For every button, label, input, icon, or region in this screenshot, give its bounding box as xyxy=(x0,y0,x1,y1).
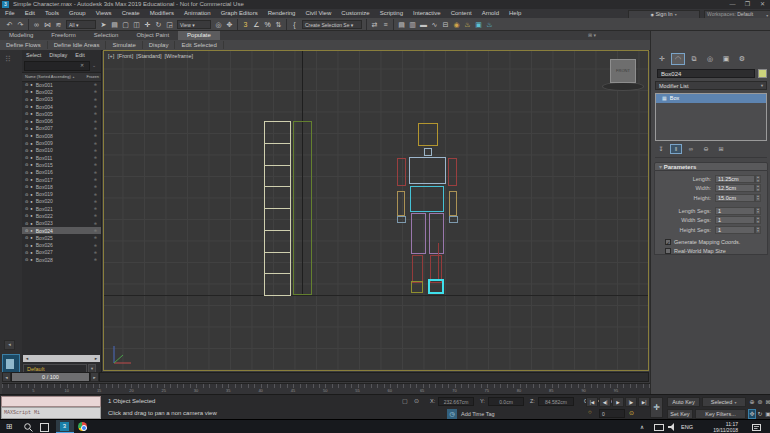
selection-set-dropdown[interactable]: Selected ▼ xyxy=(702,397,746,407)
frozen-icon[interactable]: ❄ xyxy=(94,111,97,116)
visibility-icon[interactable]: ⊙ xyxy=(25,97,28,102)
pan-icon[interactable]: ✥ xyxy=(748,409,756,419)
frozen-icon[interactable]: ❄ xyxy=(94,235,97,240)
tab-utilities[interactable]: ⚙ xyxy=(735,53,749,65)
z-coord-field[interactable]: 84.582cm xyxy=(538,397,574,406)
ribbon-button-define-idle-areas[interactable]: Define Idle Areas xyxy=(48,41,107,49)
checkbox-row[interactable]: Real-World Map Size xyxy=(665,248,726,254)
ribbon-button-display[interactable]: Display xyxy=(143,41,176,49)
rendered-frame-window-icon[interactable]: ▣ xyxy=(473,19,484,30)
table-row[interactable]: ⊙●Box009❄ xyxy=(22,139,101,146)
ribbon-button-define-flows[interactable]: Define Flows xyxy=(0,41,48,49)
box-left-upper-arm[interactable] xyxy=(397,158,406,186)
zoom-extents-icon[interactable]: ⊠ xyxy=(764,397,770,407)
material-editor-icon[interactable]: ◉ xyxy=(451,19,462,30)
set-key-button[interactable]: Set Key xyxy=(667,409,693,419)
menu-customize[interactable]: Customize xyxy=(336,9,374,18)
box-right-hand[interactable] xyxy=(449,216,458,223)
menu-file[interactable]: File xyxy=(0,9,20,18)
scroll-right-icon[interactable]: ► xyxy=(92,356,100,361)
y-coord-field[interactable]: 0.0cm xyxy=(488,397,524,406)
object-name[interactable]: Box022 xyxy=(36,213,53,219)
frozen-icon[interactable]: ❄ xyxy=(94,192,97,197)
explorer-menu-display[interactable]: Display xyxy=(45,51,71,59)
menu-graph-editors[interactable]: Graph Editors xyxy=(216,9,263,18)
table-row[interactable]: ⊙●Box003❄ xyxy=(22,96,101,103)
visibility-icon[interactable]: ⊙ xyxy=(25,111,28,116)
visibility-icon[interactable]: ⊙ xyxy=(25,170,28,175)
remove-modifier-icon[interactable]: ⊖ xyxy=(700,144,712,154)
action-center-icon[interactable] xyxy=(752,423,761,432)
viewport-label-3[interactable]: [Wireframe] xyxy=(165,53,193,59)
visibility-icon[interactable]: ⊙ xyxy=(25,235,28,240)
object-color-swatch[interactable] xyxy=(758,69,767,78)
configure-modifier-sets-icon[interactable]: ⊞ xyxy=(715,144,727,154)
sort-column-header[interactable]: Name (Sorted Ascending) ▲ xyxy=(25,74,75,79)
ribbon-tab-object-paint[interactable]: Object Paint xyxy=(127,31,178,40)
time-slider-handle[interactable]: 0 / 100 xyxy=(11,372,90,382)
table-row[interactable]: ⊙●Box002❄ xyxy=(22,88,101,95)
menu-rendering[interactable]: Rendering xyxy=(263,9,301,18)
object-name[interactable]: Box025 xyxy=(36,235,53,241)
object-name[interactable]: Box004 xyxy=(36,104,53,110)
menu-animation[interactable]: Animation xyxy=(179,9,216,18)
visibility-icon[interactable]: ⊙ xyxy=(25,177,28,182)
frozen-icon[interactable]: ❄ xyxy=(94,126,97,131)
play-button[interactable]: ▶ xyxy=(612,397,624,407)
object-name[interactable]: Box015 xyxy=(36,162,53,168)
object-name[interactable]: Box024 xyxy=(36,228,53,234)
taskbar-3dsmax-app[interactable]: 3 xyxy=(56,420,74,433)
curve-editor-icon[interactable]: ∿ xyxy=(429,19,440,30)
task-view-icon[interactable] xyxy=(40,423,49,432)
ladder-box[interactable] xyxy=(264,273,291,296)
frozen-icon[interactable]: ❄ xyxy=(94,104,97,109)
table-row[interactable]: ⊙●Box022❄ xyxy=(22,212,101,219)
object-name[interactable]: Box008 xyxy=(36,133,53,139)
key-filters-button[interactable]: Key Filters... xyxy=(695,409,746,419)
visibility-icon[interactable]: ⊙ xyxy=(25,162,28,167)
ribbon-tab-populate[interactable]: Populate xyxy=(178,31,220,40)
next-frame-button[interactable]: ► xyxy=(90,372,99,382)
select-and-move-icon[interactable]: ✛ xyxy=(142,19,153,30)
modifier-stack[interactable]: ▦Box xyxy=(655,93,767,141)
box-pelvis[interactable] xyxy=(410,186,444,212)
box-right-thigh[interactable] xyxy=(429,213,444,254)
toggle-scene-explorer-icon[interactable]: ▤ xyxy=(396,19,407,30)
box-left-hand[interactable] xyxy=(397,216,406,223)
tab-modify[interactable]: ◠ xyxy=(671,53,685,65)
ribbon-tab-selection[interactable]: Selection xyxy=(85,31,128,40)
object-name[interactable]: Box010 xyxy=(36,147,53,153)
table-row[interactable]: ⊙●Box019❄ xyxy=(22,190,101,197)
window-crossing-icon[interactable]: ◫ xyxy=(131,19,142,30)
visibility-icon[interactable]: ⊙ xyxy=(25,141,28,146)
viewcube-ring[interactable] xyxy=(602,82,644,91)
frozen-icon[interactable]: ❄ xyxy=(94,97,97,102)
percent-snap-icon[interactable]: % xyxy=(262,19,273,30)
param-field-lengthsegs[interactable]: 1 xyxy=(715,207,755,215)
menu-tools[interactable]: Tools xyxy=(40,9,64,18)
undo-icon[interactable]: ↶ xyxy=(4,19,15,30)
frozen-icon[interactable]: ❄ xyxy=(94,221,97,226)
maximize-button[interactable]: ❐ xyxy=(740,0,755,9)
table-row[interactable]: ⊙●Box017❄ xyxy=(22,176,101,183)
frozen-icon[interactable]: ❄ xyxy=(94,170,97,175)
edit-named-selection-sets-icon[interactable]: { xyxy=(289,19,300,30)
ladder-box[interactable] xyxy=(264,208,291,231)
ribbon-button-simulate[interactable]: Simulate xyxy=(106,41,142,49)
object-name[interactable]: Box003 xyxy=(36,96,53,102)
table-row[interactable]: ⊙●Box007❄ xyxy=(22,125,101,132)
toggle-layer-explorer-icon[interactable]: ▥ xyxy=(407,19,418,30)
tab-display[interactable]: ▣ xyxy=(719,53,733,65)
param-field-widthsegs[interactable]: 1 xyxy=(715,216,755,224)
box-left-thigh[interactable] xyxy=(411,213,426,254)
frozen-icon[interactable]: ❄ xyxy=(94,177,97,182)
viewport-label-0[interactable]: [+] xyxy=(108,53,114,59)
table-row[interactable]: ⊙●Box016❄ xyxy=(22,169,101,176)
scroll-left-icon[interactable]: ◄ xyxy=(23,356,31,361)
unlink-selection-icon[interactable]: ⋈ xyxy=(42,19,53,30)
param-spinner[interactable]: ▲ ▼ xyxy=(755,207,761,215)
toggle-ribbon-icon[interactable]: ▬ xyxy=(418,19,429,30)
front-viewport[interactable]: [+][Front][Standard][Wireframe] FRONT xyxy=(103,50,649,371)
use-pivot-center-icon[interactable]: ◎ xyxy=(213,19,224,30)
object-name[interactable]: Box027 xyxy=(36,249,53,255)
